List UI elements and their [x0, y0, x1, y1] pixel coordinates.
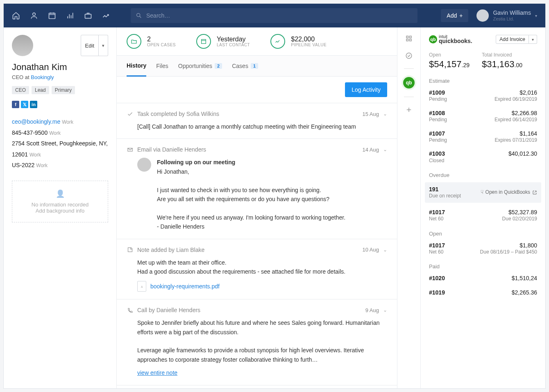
tag[interactable]: Lead [32, 86, 49, 94]
search-input[interactable] [146, 12, 413, 19]
total-invoiced-label: Total Invoiced [482, 52, 522, 58]
contact-title: CEO at Bookingly [12, 74, 108, 80]
external-link-icon [532, 190, 537, 195]
invoice-row[interactable]: #1017Net 60$1,800Due 08/16/19 – Paid $45… [429, 241, 537, 256]
svg-rect-7 [410, 36, 412, 38]
stat-last-contact: YesterdayLAST CONTACT [196, 34, 250, 49]
phone-icon [127, 307, 133, 313]
open-value: $54,157.29 [429, 59, 470, 70]
invoice-row[interactable]: #1009Pending$2,016Expired 06/19/2019 [429, 88, 537, 104]
entry-header[interactable]: Note added by Liam Blake 10 Aug ⌄ [127, 247, 387, 253]
right-rail: qb [397, 27, 421, 388]
log-row: Log Activity [117, 77, 397, 103]
svg-rect-1 [49, 13, 55, 18]
body: Edit ▾ Jonathan Kim CEO at Bookingly CEO… [4, 27, 545, 388]
chevron-down-icon: ⌄ [383, 247, 387, 253]
invoice-row[interactable]: #1019$2,265.36 [429, 288, 537, 297]
plus-icon: + [459, 12, 463, 19]
contact-details: ceo@bookingly.meWork 845-437-9500Work 27… [12, 116, 108, 171]
briefcase-icon[interactable] [84, 11, 92, 20]
invoice-row[interactable]: #1017Net 60$52,327.89Due 02/20/2019 [429, 208, 537, 223]
tag[interactable]: Primary [52, 86, 75, 94]
section-open: Open [429, 231, 537, 237]
phone: 845-437-9500 [12, 129, 48, 136]
folder-icon [127, 34, 141, 49]
edit-split-button: Edit ▾ [81, 35, 108, 56]
view-entire-note-link[interactable]: view entire note [137, 368, 177, 377]
tabs: History Files Opportunities2 Cases1 [117, 55, 397, 77]
note-icon [127, 247, 133, 253]
person-placeholder-icon: 👤 [20, 189, 100, 198]
check-circle-icon[interactable] [404, 51, 413, 60]
invoice-row[interactable]: #1003Closed$40,012.30 [429, 149, 537, 165]
edit-button[interactable]: Edit [81, 35, 99, 56]
activity-feed: Task completed by Sofia Wilkins 15 Aug ⌄… [117, 103, 397, 385]
add-invoice-dropdown[interactable]: ▾ [529, 35, 537, 44]
quickbooks-logo: qb intuitquickbooks. [429, 35, 472, 44]
section-estimate: Estimate [429, 78, 537, 84]
invoice-row[interactable]: #1008Pending$2,266.98Expired 06/14/2019 [429, 109, 537, 124]
entry-header[interactable]: Task completed by Sofia Wilkins 15 Aug ⌄ [127, 111, 387, 117]
background-info-box[interactable]: 👤 No information recorded Add background… [12, 181, 108, 222]
entry-header[interactable]: Call by Danielle Henders 9 Aug ⌄ [127, 307, 387, 313]
company-link[interactable]: Bookingly [31, 74, 54, 80]
edit-dropdown[interactable]: ▾ [99, 35, 108, 56]
trend-icon[interactable] [102, 11, 110, 20]
tab-opportunities[interactable]: Opportunities2 [178, 56, 222, 76]
attachment-link[interactable]: bookingly-requirements.pdf [150, 282, 220, 291]
facebook-icon[interactable]: f [12, 101, 19, 108]
chevron-down-icon: ⌄ [383, 307, 387, 313]
add-button[interactable]: Add+ [441, 9, 468, 22]
address: 2754 Scott Street, Poughkeepsie, NY, 126… [12, 140, 108, 158]
svg-point-10 [406, 53, 412, 59]
contact-name: Jonathan Kim [12, 62, 108, 73]
svg-rect-2 [85, 14, 91, 18]
section-paid: Paid [429, 263, 537, 270]
stat-open-cases: 2OPEN CASES [127, 34, 176, 49]
svg-point-0 [33, 13, 36, 16]
invoice-row[interactable]: #1020$1,510,24 [429, 274, 537, 283]
contact-sidebar: Edit ▾ Jonathan Kim CEO at Bookingly CEO… [4, 27, 117, 388]
home-icon[interactable] [12, 11, 20, 20]
open-label: Open [429, 52, 470, 58]
social-links: f 𝕏 in [12, 101, 108, 108]
svg-rect-9 [410, 39, 412, 41]
tab-files[interactable]: Files [156, 56, 168, 76]
trend-icon [270, 34, 285, 49]
entry-note: Note added by Liam Blake 10 Aug ⌄ Met up… [117, 239, 397, 300]
person-icon[interactable] [30, 11, 38, 20]
chevron-down-icon: ▾ [535, 14, 537, 18]
grid-icon[interactable] [404, 34, 413, 43]
user-org: Zestia Ltd. [493, 16, 531, 21]
header: Add+ Gavin Williams Zestia Ltd. ▾ [4, 4, 545, 27]
calendar-icon [196, 34, 211, 49]
invoice-row[interactable]: #1007Pending$1,164Expires 07/31/2019 [429, 129, 537, 145]
entry-header[interactable]: Email via Danielle Henders 14 Aug ⌄ [127, 146, 387, 153]
quickbooks-icon[interactable]: qb [403, 77, 415, 88]
svg-rect-4 [202, 39, 206, 43]
open-in-quickbooks-link[interactable]: ☟ Open in QuickBooks [481, 186, 537, 199]
add-invoice-button[interactable]: Add Invoice [496, 35, 529, 44]
section-overdue: Overdue [429, 172, 537, 178]
twitter-icon[interactable]: 𝕏 [21, 101, 28, 108]
user-menu[interactable]: Gavin Williams Zestia Ltd. ▾ [476, 9, 537, 22]
avatar [476, 9, 489, 22]
email-link[interactable]: ceo@bookingly.me [12, 118, 60, 125]
plus-icon[interactable] [404, 105, 413, 114]
header-right: Add+ Gavin Williams Zestia Ltd. ▾ [441, 9, 537, 22]
tab-cases[interactable]: Cases1 [232, 56, 258, 76]
svg-rect-6 [406, 36, 408, 38]
bars-icon[interactable] [66, 11, 74, 20]
check-icon [127, 111, 133, 117]
contact-avatar [12, 35, 33, 56]
invoice-row-hover[interactable]: 191Due on receipt ☟ Open in QuickBooks [425, 182, 541, 203]
linkedin-icon[interactable]: in [30, 101, 37, 108]
tab-history[interactable]: History [127, 56, 146, 77]
log-activity-button[interactable]: Log Activity [345, 82, 387, 97]
quickbooks-panel: qb intuitquickbooks. Add Invoice ▾ Open … [421, 27, 545, 388]
stats-row: 2OPEN CASES YesterdayLAST CONTACT $22,00… [117, 27, 397, 55]
search-input-wrap[interactable] [131, 8, 417, 23]
tag[interactable]: CEO [12, 86, 29, 94]
calendar-icon[interactable] [48, 11, 56, 20]
app-frame: Add+ Gavin Williams Zestia Ltd. ▾ Edit ▾ [3, 3, 546, 389]
